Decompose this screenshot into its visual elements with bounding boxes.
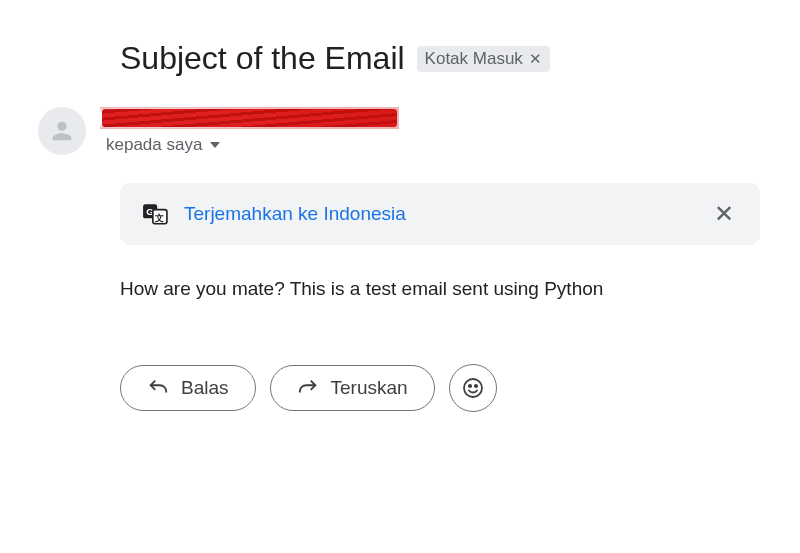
reply-icon <box>147 377 169 399</box>
sender-info: redacted@example.com kepada saya <box>106 107 760 155</box>
action-row: Balas Teruskan <box>120 364 760 412</box>
redaction-overlay <box>102 109 397 127</box>
reply-button[interactable]: Balas <box>120 365 256 411</box>
svg-text:文: 文 <box>154 213 164 223</box>
emoji-icon <box>461 376 485 400</box>
chevron-down-icon <box>210 142 220 148</box>
translate-icon: G 文 <box>142 201 168 227</box>
close-icon[interactable]: ✕ <box>710 202 738 226</box>
forward-button[interactable]: Teruskan <box>270 365 435 411</box>
recipient-row[interactable]: kepada saya <box>106 135 760 155</box>
svg-point-6 <box>474 384 476 386</box>
email-body: How are you mate? This is a test email s… <box>120 275 760 304</box>
sender-row: redacted@example.com kepada saya <box>20 107 760 155</box>
sender-email: redacted@example.com <box>106 107 324 129</box>
forward-label: Teruskan <box>331 377 408 399</box>
email-header: Subject of the Email Kotak Masuk ✕ <box>120 40 760 77</box>
translate-bar: G 文 Terjemahkan ke Indonesia ✕ <box>120 183 760 245</box>
avatar[interactable] <box>38 107 86 155</box>
forward-icon <box>297 377 319 399</box>
label-chip-text: Kotak Masuk <box>425 49 523 69</box>
svg-point-5 <box>468 384 470 386</box>
recipient-text: kepada saya <box>106 135 202 155</box>
translate-link[interactable]: Terjemahkan ke Indonesia <box>184 203 694 225</box>
person-icon <box>48 117 76 145</box>
emoji-reaction-button[interactable] <box>449 364 497 412</box>
content-area: G 文 Terjemahkan ke Indonesia ✕ How are y… <box>120 183 760 412</box>
reply-label: Balas <box>181 377 229 399</box>
close-icon[interactable]: ✕ <box>529 50 542 68</box>
email-subject: Subject of the Email <box>120 40 405 77</box>
inbox-label-chip[interactable]: Kotak Masuk ✕ <box>417 46 550 72</box>
svg-point-4 <box>464 379 482 397</box>
